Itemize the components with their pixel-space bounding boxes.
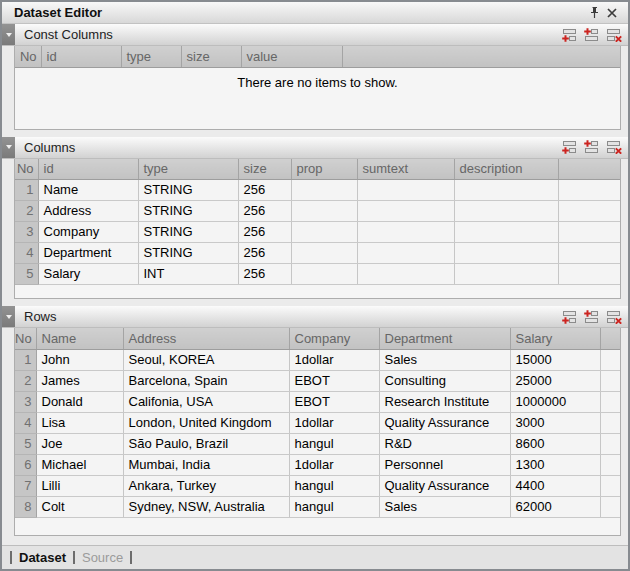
- column-header-size[interactable]: size: [181, 46, 241, 67]
- cell-description[interactable]: [454, 201, 558, 222]
- cell-address[interactable]: Sydney, NSW, Australia: [123, 496, 289, 517]
- cell-address[interactable]: Califonia, USA: [123, 391, 289, 412]
- add-row-icon[interactable]: [561, 310, 578, 324]
- column-header-name[interactable]: Name: [36, 328, 123, 349]
- cell-description[interactable]: [454, 180, 558, 201]
- cell-id[interactable]: Company: [38, 222, 138, 243]
- cell-prop[interactable]: [291, 222, 357, 243]
- cell-prop[interactable]: [291, 264, 357, 285]
- cell-address[interactable]: São Paulo, Brazil: [123, 433, 289, 454]
- cell-sumtext[interactable]: [357, 243, 454, 264]
- cell-size[interactable]: 256: [238, 243, 291, 264]
- close-icon[interactable]: [603, 5, 621, 21]
- column-header-address[interactable]: Address: [123, 328, 289, 349]
- cell-name[interactable]: Colt: [36, 496, 123, 517]
- add-row-icon[interactable]: [561, 28, 578, 42]
- delete-row-icon[interactable]: [605, 310, 622, 324]
- cell-address[interactable]: London, United Kingdom: [123, 412, 289, 433]
- cell-name[interactable]: Lisa: [36, 412, 123, 433]
- cell-company[interactable]: EBOT: [289, 370, 379, 391]
- cell-prop[interactable]: [291, 180, 357, 201]
- cell-department[interactable]: Personnel: [379, 454, 510, 475]
- cell-type[interactable]: STRING: [138, 180, 238, 201]
- cell-salary[interactable]: 15000: [510, 349, 600, 370]
- cell-address[interactable]: Ankara, Turkey: [123, 475, 289, 496]
- const-columns-collapse-button[interactable]: [2, 24, 15, 45]
- column-header-value[interactable]: value: [241, 46, 342, 67]
- column-header-sumtext[interactable]: sumtext: [357, 159, 454, 180]
- column-header-prop[interactable]: prop: [291, 159, 357, 180]
- cell-prop[interactable]: [291, 243, 357, 264]
- cell-size[interactable]: 256: [238, 222, 291, 243]
- delete-row-icon[interactable]: [605, 140, 622, 154]
- column-header-salary[interactable]: Salary: [510, 328, 600, 349]
- cell-department[interactable]: Quality Assurance: [379, 412, 510, 433]
- cell-sumtext[interactable]: [357, 222, 454, 243]
- cell-department[interactable]: Sales: [379, 496, 510, 517]
- cell-company[interactable]: 1dollar: [289, 412, 379, 433]
- cell-name[interactable]: Joe: [36, 433, 123, 454]
- column-header-type[interactable]: type: [121, 46, 181, 67]
- insert-row-icon[interactable]: [583, 140, 600, 154]
- cell-address[interactable]: Seoul, KOREA: [123, 349, 289, 370]
- column-header-no[interactable]: No: [15, 159, 38, 180]
- columns-collapse-button[interactable]: [2, 137, 15, 158]
- delete-row-icon[interactable]: [605, 28, 622, 42]
- cell-sumtext[interactable]: [357, 264, 454, 285]
- column-header-description[interactable]: description: [454, 159, 558, 180]
- cell-size[interactable]: 256: [238, 201, 291, 222]
- pin-icon[interactable]: [585, 5, 603, 21]
- cell-size[interactable]: 256: [238, 180, 291, 201]
- cell-sumtext[interactable]: [357, 201, 454, 222]
- cell-id[interactable]: Name: [38, 180, 138, 201]
- column-header-size[interactable]: size: [238, 159, 291, 180]
- cell-company[interactable]: hangul: [289, 496, 379, 517]
- cell-name[interactable]: James: [36, 370, 123, 391]
- column-header-company[interactable]: Company: [289, 328, 379, 349]
- column-header-type[interactable]: type: [138, 159, 238, 180]
- column-header-id[interactable]: id: [41, 46, 121, 67]
- add-row-icon[interactable]: [561, 140, 578, 154]
- rows-collapse-button[interactable]: [2, 306, 15, 327]
- cell-name[interactable]: Michael: [36, 454, 123, 475]
- cell-salary[interactable]: 25000: [510, 370, 600, 391]
- cell-department[interactable]: Quality Assurance: [379, 475, 510, 496]
- cell-company[interactable]: 1dollar: [289, 349, 379, 370]
- cell-id[interactable]: Salary: [38, 264, 138, 285]
- cell-name[interactable]: John: [36, 349, 123, 370]
- cell-description[interactable]: [454, 222, 558, 243]
- cell-address[interactable]: Mumbai, India: [123, 454, 289, 475]
- cell-type[interactable]: STRING: [138, 201, 238, 222]
- cell-department[interactable]: Research Institute: [379, 391, 510, 412]
- column-header-department[interactable]: Department: [379, 328, 510, 349]
- cell-type[interactable]: INT: [138, 264, 238, 285]
- cell-salary[interactable]: 8600: [510, 433, 600, 454]
- cell-salary[interactable]: 1000000: [510, 391, 600, 412]
- cell-salary[interactable]: 3000: [510, 412, 600, 433]
- cell-type[interactable]: STRING: [138, 222, 238, 243]
- cell-department[interactable]: Sales: [379, 349, 510, 370]
- cell-company[interactable]: hangul: [289, 475, 379, 496]
- insert-row-icon[interactable]: [583, 310, 600, 324]
- cell-department[interactable]: R&D: [379, 433, 510, 454]
- cell-sumtext[interactable]: [357, 180, 454, 201]
- cell-company[interactable]: hangul: [289, 433, 379, 454]
- tab-dataset[interactable]: Dataset: [19, 550, 66, 565]
- cell-id[interactable]: Department: [38, 243, 138, 264]
- cell-type[interactable]: STRING: [138, 243, 238, 264]
- tab-source[interactable]: Source: [82, 550, 123, 565]
- cell-company[interactable]: EBOT: [289, 391, 379, 412]
- cell-salary[interactable]: 1300: [510, 454, 600, 475]
- column-header-no[interactable]: No: [15, 46, 41, 67]
- cell-name[interactable]: Lilli: [36, 475, 123, 496]
- cell-department[interactable]: Consulting: [379, 370, 510, 391]
- cell-name[interactable]: Donald: [36, 391, 123, 412]
- cell-salary[interactable]: 4400: [510, 475, 600, 496]
- cell-description[interactable]: [454, 243, 558, 264]
- cell-description[interactable]: [454, 264, 558, 285]
- cell-id[interactable]: Address: [38, 201, 138, 222]
- cell-size[interactable]: 256: [238, 264, 291, 285]
- column-header-id[interactable]: id: [38, 159, 138, 180]
- insert-row-icon[interactable]: [583, 28, 600, 42]
- cell-company[interactable]: 1dollar: [289, 454, 379, 475]
